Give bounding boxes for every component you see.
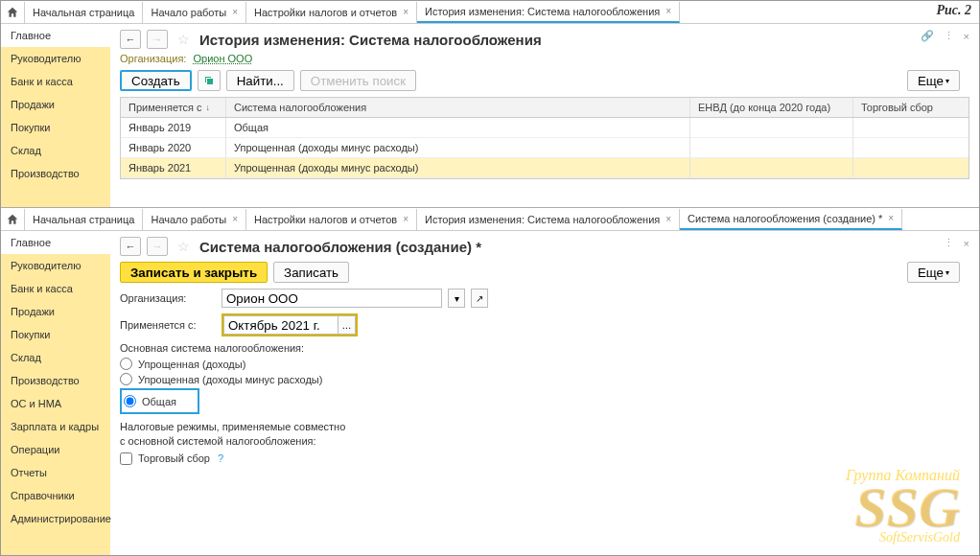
sidebar-item-purchases[interactable]: Покупки bbox=[1, 116, 110, 139]
close-icon[interactable]: × bbox=[403, 7, 408, 17]
close-icon[interactable]: × bbox=[665, 6, 671, 16]
star-icon[interactable]: ☆ bbox=[177, 32, 190, 47]
tab-history[interactable]: История изменения: Система налогообложен… bbox=[417, 209, 680, 230]
sidebar-item-label: Главное bbox=[11, 237, 51, 248]
star-icon[interactable]: ☆ bbox=[177, 239, 190, 254]
open-button[interactable]: ↗ bbox=[471, 289, 488, 308]
checkbox-input[interactable] bbox=[120, 452, 132, 465]
sidebar-item-warehouse[interactable]: Склад bbox=[1, 346, 110, 369]
sidebar-item-reports[interactable]: Отчеты bbox=[1, 461, 110, 484]
close-icon[interactable]: × bbox=[232, 214, 238, 224]
home-icon[interactable] bbox=[5, 5, 20, 20]
tab-home[interactable]: Начальная страница bbox=[24, 209, 143, 230]
sidebar-item-catalogs[interactable]: Справочники bbox=[1, 484, 110, 507]
cell: Январь 2020 bbox=[121, 138, 226, 157]
copy-button[interactable] bbox=[198, 70, 221, 91]
create-button[interactable]: Создать bbox=[120, 70, 192, 91]
col-header-fee[interactable]: Торговый сбор bbox=[853, 98, 968, 117]
tab-start[interactable]: Начало работы× bbox=[143, 2, 246, 23]
tab-start[interactable]: Начало работы× bbox=[143, 209, 246, 230]
sidebar-item-admin[interactable]: Администрирование bbox=[1, 507, 110, 530]
close-icon[interactable]: × bbox=[232, 7, 238, 17]
sidebar-item-sales[interactable]: Продажи bbox=[1, 300, 110, 323]
tab-create[interactable]: Система налогообложения (создание) *× bbox=[680, 209, 902, 230]
sidebar-item-label: Операции bbox=[11, 444, 59, 455]
table-row[interactable]: Январь 2021 Упрощенная (доходы минус рас… bbox=[121, 158, 968, 178]
close-icon[interactable]: × bbox=[403, 214, 408, 224]
sidebar-item-main[interactable]: Главное bbox=[1, 24, 110, 47]
page-title: Система налогообложения (создание) * bbox=[199, 239, 481, 255]
sidebar-item-purchases[interactable]: Покупки bbox=[1, 323, 110, 346]
tab-history[interactable]: История изменения: Система налогообложен… bbox=[417, 2, 680, 23]
col-header-envd[interactable]: ЕНВД (до конца 2020 года) bbox=[690, 98, 853, 117]
find-button[interactable]: Найти... bbox=[226, 70, 294, 91]
link-icon[interactable]: 🔗 bbox=[921, 30, 934, 42]
sidebar-item-label: Руководителю bbox=[11, 260, 81, 271]
more-button[interactable]: Еще ▾ bbox=[907, 262, 960, 283]
sidebar-item-payroll[interactable]: Зарплата и кадры bbox=[1, 415, 110, 438]
close-icon[interactable]: × bbox=[665, 214, 671, 224]
close-icon[interactable]: × bbox=[964, 31, 969, 42]
radio-simplified-expenses[interactable]: Упрощенная (доходы минус расходы) bbox=[120, 373, 969, 385]
radio-input[interactable] bbox=[124, 395, 136, 407]
nav-back[interactable]: ← bbox=[120, 30, 141, 49]
menu-icon[interactable]: ⋮ bbox=[944, 237, 954, 249]
sidebar-item-operations[interactable]: Операции bbox=[1, 438, 110, 461]
sidebar-item-production[interactable]: Производство bbox=[1, 162, 110, 185]
radio-input[interactable] bbox=[120, 358, 132, 370]
cell bbox=[690, 158, 853, 177]
cell: Общая bbox=[226, 118, 690, 137]
cancel-search-button[interactable]: Отменить поиск bbox=[300, 70, 416, 91]
col-header-system[interactable]: Система налогообложения bbox=[226, 98, 690, 117]
sidebar-item-bank[interactable]: Банк и касса bbox=[1, 277, 110, 300]
tab-tax-settings[interactable]: Настройки налогов и отчетов× bbox=[246, 2, 417, 23]
menu-icon[interactable]: ⋮ bbox=[944, 30, 954, 42]
radio-input[interactable] bbox=[120, 373, 132, 385]
close-icon[interactable]: × bbox=[888, 213, 894, 223]
table-row[interactable]: Январь 2020 Упрощенная (доходы минус рас… bbox=[121, 138, 968, 158]
home-icon[interactable] bbox=[5, 212, 20, 227]
tab-label: Настройки налогов и отчетов bbox=[254, 214, 397, 225]
sidebar-item-bank[interactable]: Банк и касса bbox=[1, 70, 110, 93]
button-label: Записать bbox=[284, 266, 338, 280]
sidebar-item-label: Зарплата и кадры bbox=[11, 421, 99, 432]
sidebar-item-label: Покупки bbox=[11, 122, 50, 133]
sidebar-item-production[interactable]: Производство bbox=[1, 369, 110, 392]
table-row[interactable]: Январь 2019 Общая bbox=[121, 118, 968, 138]
org-input[interactable] bbox=[222, 289, 442, 308]
check-trade-fee[interactable]: Торговый сбор? bbox=[120, 452, 969, 465]
close-icon[interactable]: × bbox=[964, 238, 969, 249]
radio-simplified-income[interactable]: Упрощенная (доходы) bbox=[120, 358, 969, 370]
watermark: Группа Компаний SSG SoftServisGold bbox=[846, 467, 960, 545]
tabbar-bottom: Начальная страница Начало работы× Настро… bbox=[1, 208, 979, 231]
radio-general[interactable]: Общая bbox=[124, 395, 176, 407]
tab-tax-settings[interactable]: Настройки налогов и отчетов× bbox=[246, 209, 417, 230]
more-button[interactable]: Еще ▾ bbox=[907, 70, 960, 91]
sidebar-item-os-nma[interactable]: ОС и НМА bbox=[1, 392, 110, 415]
col-header-date[interactable]: Применяется с↓ bbox=[121, 98, 226, 117]
sidebar-item-manager[interactable]: Руководителю bbox=[1, 47, 110, 70]
org-value[interactable]: Орион ООО bbox=[193, 53, 252, 64]
sidebar-item-label: Банк и касса bbox=[11, 283, 73, 294]
help-icon[interactable]: ? bbox=[218, 452, 223, 464]
nav-forward[interactable]: → bbox=[147, 30, 168, 49]
sidebar-item-warehouse[interactable]: Склад bbox=[1, 139, 110, 162]
nav-forward[interactable]: → bbox=[147, 237, 168, 256]
tab-home[interactable]: Начальная страница bbox=[24, 2, 143, 23]
cell bbox=[853, 118, 968, 137]
date-input[interactable] bbox=[223, 315, 338, 335]
save-button[interactable]: Записать bbox=[273, 262, 349, 283]
org-label: Организация: bbox=[120, 53, 186, 64]
cell: Январь 2019 bbox=[121, 118, 226, 137]
cell bbox=[690, 118, 853, 137]
sidebar-item-main[interactable]: Главное bbox=[1, 231, 110, 254]
sidebar-item-sales[interactable]: Продажи bbox=[1, 93, 110, 116]
dropdown-button[interactable]: ▾ bbox=[448, 289, 465, 308]
sidebar-item-manager[interactable]: Руководителю bbox=[1, 254, 110, 277]
nav-back[interactable]: ← bbox=[120, 237, 141, 256]
save-close-button[interactable]: Записать и закрыть bbox=[120, 262, 268, 283]
sort-icon: ↓ bbox=[206, 103, 211, 112]
sidebar-item-label: Покупки bbox=[11, 329, 50, 340]
date-picker-button[interactable]: … bbox=[338, 315, 356, 335]
tab-label: Система налогообложения (создание) * bbox=[688, 213, 882, 224]
